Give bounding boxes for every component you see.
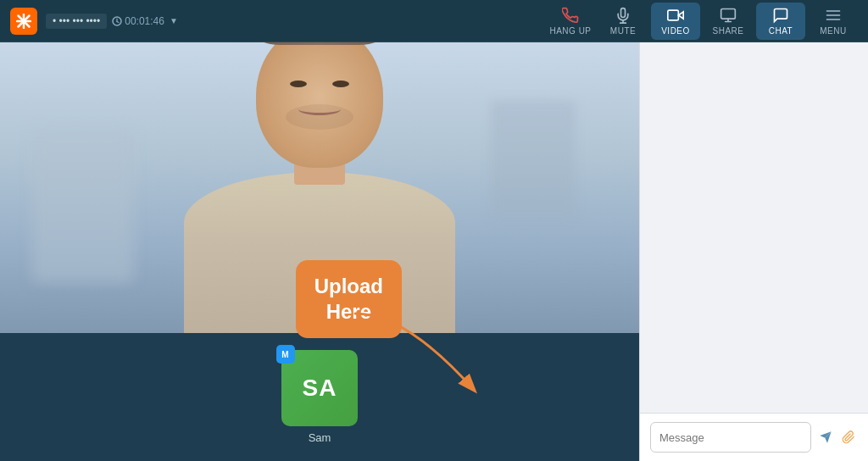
call-timer: 00:01:46 bbox=[112, 15, 164, 27]
video-button[interactable]: VIDEO bbox=[651, 3, 700, 40]
avatar-badge: M bbox=[276, 345, 295, 364]
avatar: M SA bbox=[281, 350, 358, 426]
svg-line-6 bbox=[117, 21, 119, 22]
participant-initials: SA bbox=[303, 375, 337, 402]
chat-body bbox=[640, 42, 868, 413]
chat-button[interactable]: CHAT bbox=[756, 3, 805, 40]
call-number: • ••• ••• •••• bbox=[46, 14, 107, 29]
chat-sidebar bbox=[639, 42, 868, 461]
participant-tile-sam: M SA Sam bbox=[281, 350, 358, 444]
upload-callout: Upload Here bbox=[296, 260, 402, 338]
svg-rect-10 bbox=[668, 10, 679, 20]
hangup-label: HANG UP bbox=[549, 26, 591, 36]
share-button[interactable]: SHARE bbox=[704, 3, 753, 40]
chat-input-area bbox=[640, 413, 868, 461]
participant-name: Sam bbox=[309, 431, 331, 444]
attach-icon bbox=[842, 430, 855, 444]
hangup-icon bbox=[562, 7, 579, 24]
share-label: SHARE bbox=[713, 26, 744, 36]
video-label: VIDEO bbox=[661, 26, 690, 36]
video-area: M SA Sam Upload Here bbox=[0, 42, 639, 461]
mute-icon bbox=[615, 7, 632, 24]
topbar: • ••• ••• •••• 00:01:46 ▼ HANG UP bbox=[0, 0, 868, 42]
video-participants-bar: M SA Sam bbox=[0, 333, 639, 461]
call-dropdown-arrow[interactable]: ▼ bbox=[170, 16, 178, 25]
menu-label: MENU bbox=[820, 26, 846, 36]
menu-button[interactable]: MENU bbox=[809, 3, 858, 40]
main-area: M SA Sam Upload Here bbox=[0, 42, 868, 461]
send-icon bbox=[819, 430, 832, 444]
svg-rect-11 bbox=[721, 8, 736, 19]
upload-callout-line2: Here bbox=[314, 299, 383, 325]
chat-label: CHAT bbox=[769, 26, 793, 36]
message-input[interactable] bbox=[650, 422, 811, 453]
video-icon bbox=[667, 7, 684, 24]
call-info: • ••• ••• •••• 00:01:46 ▼ bbox=[46, 14, 178, 29]
mute-label: MUTE bbox=[610, 26, 636, 36]
topbar-left: • ••• ••• •••• 00:01:46 ▼ bbox=[10, 8, 178, 35]
share-icon bbox=[720, 7, 737, 24]
mute-button[interactable]: MUTE bbox=[598, 3, 648, 40]
topbar-right: HANG UP MUTE VIDEO bbox=[546, 3, 858, 40]
svg-marker-9 bbox=[678, 11, 683, 18]
attach-button[interactable] bbox=[840, 424, 859, 451]
menu-icon bbox=[825, 7, 842, 24]
app-logo bbox=[10, 8, 37, 35]
chat-icon bbox=[772, 7, 789, 24]
send-button[interactable] bbox=[816, 424, 835, 451]
hangup-button[interactable]: HANG UP bbox=[546, 3, 595, 40]
upload-callout-line1: Upload bbox=[314, 274, 383, 299]
